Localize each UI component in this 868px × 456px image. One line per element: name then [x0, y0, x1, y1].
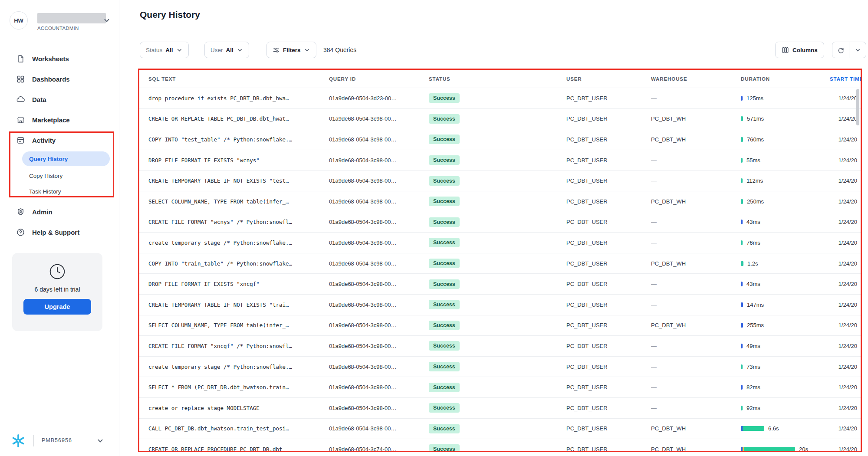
sidebar-item-help-support[interactable]: Help & Support	[0, 222, 119, 243]
table-row[interactable]: COPY INTO "train_table" /* Python:snowfl…	[139, 253, 861, 274]
query-history-table: SQL TEXT QUERY ID STATUS USER WAREHOUSE …	[138, 69, 862, 452]
help-icon	[16, 228, 25, 237]
sidebar-item-activity[interactable]: Activity	[0, 130, 119, 151]
cell-warehouse: —	[651, 239, 741, 246]
cell-start-time: 1/24/20	[830, 281, 861, 287]
duration-label: 55ms	[746, 157, 760, 164]
sidebar-item-admin[interactable]: Admin	[0, 202, 119, 222]
avatar: HW	[10, 11, 28, 30]
column-header-warehouse[interactable]: WAREHOUSE	[651, 76, 741, 82]
user-filter-dropdown[interactable]: User All	[204, 42, 249, 58]
cell-status: Success	[429, 114, 566, 124]
table-row[interactable]: drop procedure if exists PC_DBT_DB.dbt_h…	[139, 88, 861, 109]
table-row[interactable]: SELECT * FROM (PC_DBT_DB.dbt_hwatson.tra…	[139, 377, 861, 398]
upgrade-button[interactable]: Upgrade	[23, 299, 91, 315]
duration-bar	[741, 96, 743, 101]
cell-sql-text: CREATE TEMPORARY TABLE IF NOT EXISTS "te…	[139, 177, 329, 184]
status-badge: Success	[429, 197, 460, 206]
columns-button[interactable]: Columns	[775, 42, 824, 58]
cell-status: Success	[429, 259, 566, 268]
activity-icon	[16, 136, 25, 145]
table-row[interactable]: CREATE OR REPLACE TABLE PC_DBT_DB.dbt_hw…	[139, 109, 861, 130]
status-badge: Success	[429, 300, 460, 309]
cell-sql-text: COPY INTO "test_table" /* Python:snowfla…	[139, 136, 329, 143]
status-badge: Success	[429, 424, 460, 433]
account-code: PMB56956	[42, 437, 72, 443]
column-header-duration[interactable]: DURATION	[741, 76, 830, 82]
cell-status: Success	[429, 217, 566, 227]
cell-query-id: 01a9de68-0504-3c74-00…	[329, 446, 429, 452]
cell-status: Success	[429, 444, 566, 452]
status-filter-dropdown[interactable]: Status All	[140, 42, 189, 58]
cell-query-id: 01a9de68-0504-3c98-00…	[329, 405, 429, 411]
column-header-query-id[interactable]: QUERY ID	[329, 76, 429, 82]
table-row[interactable]: CREATE TEMPORARY TABLE IF NOT EXISTS "te…	[139, 171, 861, 191]
refresh-button[interactable]	[832, 42, 849, 58]
sidebar-item-query-history[interactable]: Query History	[22, 151, 110, 166]
duration-label: 6.6s	[768, 425, 779, 432]
cell-sql-text: CALL PC_DBT_DB.dbt_hwatson.train_test_po…	[139, 425, 329, 432]
cell-start-time: 1/24/20	[830, 177, 861, 184]
table-row[interactable]: create or replace stage MODELSTAGE01a9de…	[139, 398, 861, 419]
table-row[interactable]: CREATE OR REPLACE PROCEDURE PC_DBT_DB.db…	[139, 439, 861, 452]
column-header-status[interactable]: STATUS	[429, 76, 566, 82]
duration-label: 49ms	[746, 343, 760, 349]
sidebar-item-task-history[interactable]: Task History	[0, 184, 119, 199]
column-header-start-time[interactable]: START TIME	[830, 76, 861, 82]
cell-user: PC_DBT_USER	[566, 302, 651, 308]
worksheet-icon	[16, 54, 25, 63]
sidebar-item-copy-history[interactable]: Copy History	[0, 168, 119, 184]
cell-sql-text: CREATE TEMPORARY TABLE IF NOT EXISTS "tr…	[139, 302, 329, 308]
chevron-down-icon[interactable]	[96, 437, 104, 446]
cell-duration: 92ms	[741, 405, 830, 411]
table-row[interactable]: CREATE FILE FORMAT "xncgf" /* Python:sno…	[139, 336, 861, 357]
sidebar-item-worksheets[interactable]: Worksheets	[0, 49, 119, 69]
account-menu[interactable]: HW ACCOUNTADMIN	[9, 10, 111, 33]
duration-label: 255ms	[747, 322, 764, 328]
scrollbar-thumb[interactable]	[856, 89, 859, 125]
activity-sub-list: Query History Copy History Task History	[0, 151, 119, 202]
cell-duration: 73ms	[741, 364, 830, 370]
refresh-options-button[interactable]	[849, 42, 866, 58]
duration-bar	[741, 178, 743, 183]
cell-sql-text: CREATE FILE FORMAT "wcnys" /* Python:sno…	[139, 219, 329, 225]
cell-user: PC_DBT_USER	[566, 136, 651, 143]
filters-dropdown[interactable]: Filters	[266, 42, 316, 58]
duration-bar	[741, 137, 743, 142]
cell-query-id: 01a9de68-0504-3c98-00…	[329, 177, 429, 184]
table-row[interactable]: create temporary stage /* Python:snowfla…	[139, 233, 861, 253]
duration-bar	[741, 406, 743, 410]
table-row[interactable]: create temporary stage /* Python:snowfla…	[139, 357, 861, 377]
cell-sql-text: create temporary stage /* Python:snowfla…	[139, 364, 329, 370]
column-header-sql-text[interactable]: SQL TEXT	[139, 76, 329, 82]
sidebar-item-data[interactable]: Data	[0, 89, 119, 110]
table-row[interactable]: SELECT COLUMN_NAME, TYPE FROM table(infe…	[139, 315, 861, 336]
table-row[interactable]: COPY INTO "test_table" /* Python:snowfla…	[139, 129, 861, 150]
table-row[interactable]: SELECT COLUMN_NAME, TYPE FROM table(infe…	[139, 191, 861, 212]
sidebar-item-dashboards[interactable]: Dashboards	[0, 69, 119, 89]
chevron-down-icon	[103, 16, 111, 26]
table-row[interactable]: CREATE FILE FORMAT "wcnys" /* Python:sno…	[139, 212, 861, 233]
refresh-icon	[837, 46, 845, 54]
cell-sql-text: CREATE OR REPLACE TABLE PC_DBT_DB.dbt_hw…	[139, 115, 329, 122]
duration-label: 20s	[799, 446, 808, 452]
duration-label: 73ms	[746, 364, 760, 370]
cell-user: PC_DBT_USER	[566, 157, 651, 164]
cell-query-id: 01a9de68-0504-3c98-00…	[329, 219, 429, 225]
table-row[interactable]: DROP FILE FORMAT IF EXISTS "wcnys"01a9de…	[139, 150, 861, 171]
account-role: ACCOUNTADMIN	[37, 26, 79, 31]
table-row[interactable]: DROP FILE FORMAT IF EXISTS "xncgf"01a9de…	[139, 274, 861, 295]
table-body: drop procedure if exists PC_DBT_DB.dbt_h…	[139, 88, 861, 452]
cell-status: Success	[429, 300, 566, 309]
table-row[interactable]: CREATE TEMPORARY TABLE IF NOT EXISTS "tr…	[139, 295, 861, 315]
page-title: Query History	[140, 10, 200, 20]
cell-query-id: 01a9de68-0504-3c98-00…	[329, 239, 429, 246]
duration-label: 147ms	[747, 302, 764, 308]
sidebar-item-marketplace[interactable]: Marketplace	[0, 110, 119, 130]
table-row[interactable]: CALL PC_DBT_DB.dbt_hwatson.train_test_po…	[139, 419, 861, 440]
cell-query-id: 01a9de68-0504-3c98-00…	[329, 115, 429, 122]
status-badge: Success	[429, 362, 460, 371]
cell-warehouse: —	[651, 95, 741, 102]
cell-status: Success	[429, 155, 566, 165]
column-header-user[interactable]: USER	[566, 76, 651, 82]
